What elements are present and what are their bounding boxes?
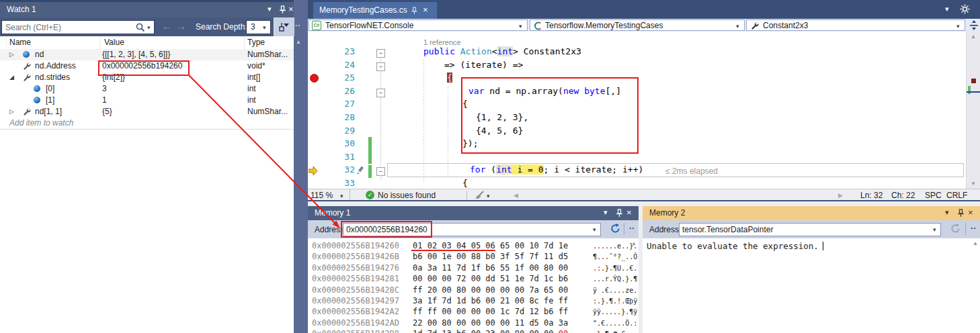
chevron-down-icon[interactable]: ▾: [933, 226, 936, 233]
pin-icon[interactable]: [616, 209, 623, 218]
panel-splitter[interactable]: [294, 0, 308, 333]
memory-hex-bytes[interactable]: 01 02 03 04 05 06 65 00 10 7d 1e: [413, 241, 568, 250]
watch-row[interactable]: ▷nd[1, 1]{5}NumShar...: [0, 106, 294, 118]
watch-row[interactable]: [0]3int: [0, 83, 294, 95]
close-icon[interactable]: ×: [423, 5, 428, 15]
code-line[interactable]: public Action<int> Constant2x3: [423, 46, 581, 56]
watch-row[interactable]: nd.Address0x000002556b194260void*: [0, 60, 294, 73]
watch-scroll-up-icon[interactable]: ▲: [296, 39, 301, 45]
fold-toggle[interactable]: −: [376, 62, 385, 71]
line-number[interactable]: 26: [308, 86, 355, 96]
line-ending-indicator[interactable]: CRLF: [946, 191, 967, 200]
code-line[interactable]: {1, 2, 3},: [476, 112, 528, 122]
project-dropdown[interactable]: C# TensorFlowNET.Console ▾: [309, 19, 528, 31]
pin-icon[interactable]: [279, 5, 286, 14]
line-number[interactable]: 28: [308, 112, 355, 122]
member-dropdown[interactable]: Constant2x3 ▾: [746, 19, 965, 31]
memory-hex-bytes[interactable]: 00 00 00 72 00 dd 51 1e 7d 1c b6: [413, 274, 568, 283]
expander-expanded-icon[interactable]: ◢: [9, 74, 14, 81]
line-number[interactable]: 33: [308, 178, 355, 188]
code-line[interactable]: {: [462, 99, 468, 109]
watch-value[interactable]: 3: [102, 84, 107, 93]
hscroll-left-icon[interactable]: ◀: [514, 192, 518, 199]
search-depth-select[interactable]: 3 ▾: [246, 20, 271, 34]
close-icon[interactable]: ×: [968, 207, 973, 218]
fold-toggle[interactable]: −: [376, 89, 385, 97]
fold-toggle[interactable]: −: [376, 49, 385, 58]
split-window-icon[interactable]: [969, 20, 979, 30]
search-icon[interactable]: [136, 23, 145, 32]
expander-collapsed-icon[interactable]: ▷: [9, 108, 14, 115]
code-cleanup-broom-icon[interactable]: [475, 191, 485, 200]
memory-hex-bytes[interactable]: ff ff 00 00 00 00 1c 7d 12 b6 ff: [413, 307, 568, 316]
column-header-name[interactable]: Name: [9, 38, 31, 47]
fold-toggle[interactable]: −: [376, 167, 385, 176]
hscroll-right-icon[interactable]: ▶: [838, 192, 843, 199]
watch-value[interactable]: 1: [102, 95, 107, 105]
refresh-icon[interactable]: [610, 224, 620, 234]
memory1-titlebar[interactable]: Memory 1 ▾ ×: [308, 206, 639, 220]
codelens-references[interactable]: 1 reference: [423, 38, 461, 46]
memory-hex-bytes[interactable]: 1d 7d 13 b6 00 23 00 80 00 00 00: [413, 329, 568, 333]
line-number[interactable]: 24: [308, 60, 355, 70]
add-item-placeholder[interactable]: Add item to watch: [9, 118, 73, 128]
watch-value[interactable]: {int[2]}: [102, 73, 125, 82]
watch-value[interactable]: {[[1, 2, 3], [4, 5, 6]]}: [102, 50, 170, 59]
gear-icon[interactable]: [960, 4, 970, 14]
code-line[interactable]: });: [462, 138, 478, 148]
memory-hex-bytes[interactable]: 3a 1f 7d 1d b6 00 21 00 8c fe ff: [413, 296, 568, 305]
window-position-icon[interactable]: ▾: [268, 5, 272, 13]
memory2-titlebar[interactable]: Memory 2 ▾ ×: [643, 206, 980, 220]
toolbar-overflow-icon[interactable]: ..: [295, 19, 301, 28]
chevron-down-icon[interactable]: ▾: [487, 193, 490, 199]
search-forward-icon[interactable]: →: [177, 21, 186, 32]
memory1-hex-view[interactable]: 0x000002556B19426001 02 03 04 05 06 65 0…: [308, 238, 639, 333]
memory-hex-bytes[interactable]: 22 00 80 00 00 00 00 11 d5 0a 3a: [413, 318, 568, 328]
search-back-icon[interactable]: ←: [162, 21, 171, 32]
column-header-value[interactable]: Value: [104, 38, 124, 47]
toolbar-overflow-icon[interactable]: ..: [629, 222, 635, 231]
memory-hex-bytes[interactable]: b6 00 1e 00 88 b0 3f 5f 7f 11 d5: [413, 252, 568, 261]
code-line[interactable]: {: [447, 73, 452, 83]
search-options-dropdown-icon[interactable]: ▾: [147, 24, 151, 31]
watch-titlebar[interactable]: Watch 1 ▾ ×: [0, 2, 294, 17]
scroll-up-icon[interactable]: ▲: [631, 240, 637, 246]
chevron-down-icon[interactable]: ▾: [593, 226, 596, 233]
toolbar-overflow-icon[interactable]: ..: [971, 222, 977, 231]
line-number[interactable]: 23: [308, 46, 355, 56]
memory-hex-bytes[interactable]: 0a 3a 11 7d 1f b6 55 1f 00 80 00: [413, 263, 568, 273]
code-line[interactable]: {4, 5, 6}: [476, 126, 523, 136]
column-header-type[interactable]: Type: [247, 38, 265, 47]
watch-row[interactable]: [1]1int: [0, 95, 294, 107]
scroll-down-icon[interactable]: ▼: [971, 181, 976, 187]
memory2-message[interactable]: Unable to evaluate the expression.: [647, 241, 823, 251]
column-indicator[interactable]: Ch: 22: [891, 191, 915, 200]
watch-value[interactable]: 0x000002556b194260: [102, 61, 182, 70]
window-position-icon[interactable]: ▾: [945, 208, 949, 217]
format-specifier-icon[interactable]: [278, 21, 290, 33]
watch-row[interactable]: ◢nd.strides{int[2]}int[]: [0, 72, 294, 84]
current-statement-arrow-icon[interactable]: [309, 166, 318, 177]
line-number[interactable]: 27: [308, 99, 355, 109]
memory2-address-input[interactable]: [679, 223, 941, 236]
window-position-icon[interactable]: ▾: [604, 208, 608, 217]
insert-mode-indicator[interactable]: SPC: [925, 191, 942, 200]
code-line[interactable]: {: [462, 178, 468, 188]
search-input[interactable]: [1, 20, 155, 34]
perf-tip[interactable]: ≤ 2ms elapsed: [665, 166, 718, 176]
line-indicator[interactable]: Ln: 32: [860, 191, 883, 200]
line-number[interactable]: 30: [308, 138, 355, 148]
expander-collapsed-icon[interactable]: ▷: [9, 51, 14, 58]
pin-icon[interactable]: [411, 7, 418, 15]
health-check-icon[interactable]: ✓: [366, 191, 374, 199]
window-position-icon[interactable]: ▾: [945, 5, 949, 13]
close-icon[interactable]: ×: [288, 4, 294, 14]
scroll-up-icon[interactable]: ▲: [971, 34, 976, 40]
scroll-up-icon[interactable]: ▲: [973, 240, 978, 246]
type-dropdown[interactable]: Tensorflow.MemoryTestingCases ▾: [530, 19, 745, 31]
line-number[interactable]: 29: [308, 126, 355, 136]
memory-hex-bytes[interactable]: ff 20 00 80 00 00 00 00 7a 65 00: [413, 285, 568, 295]
tab-memorytestingcases[interactable]: MemoryTestingCases.cs ×: [313, 2, 437, 19]
watch-row[interactable]: ▷nd{[[1, 2, 3], [4, 5, 6]]}NumShar...: [0, 49, 294, 61]
pin-icon[interactable]: [957, 209, 965, 218]
